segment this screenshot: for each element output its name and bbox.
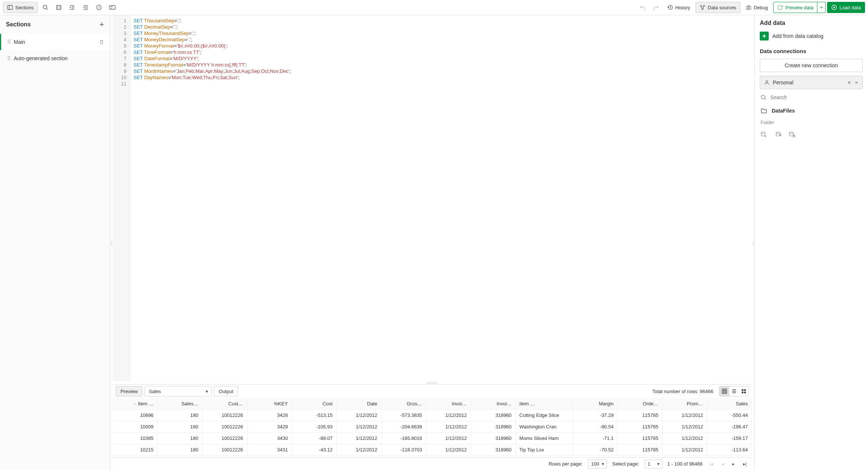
add-from-catalog-button[interactable]: + Add from data catalog: [760, 32, 863, 40]
sections-toggle-button[interactable]: Sections: [3, 2, 38, 13]
select-data-button[interactable]: [761, 131, 767, 138]
sections-title: Sections: [6, 21, 31, 28]
variables-icon: [109, 5, 116, 10]
rows-per-page-label: Rows per page:: [549, 461, 582, 467]
column-header[interactable]: Orde…: [617, 398, 662, 409]
undo-icon: [640, 4, 646, 10]
outdent-button[interactable]: [80, 2, 91, 13]
preview-data-button[interactable]: Preview data: [773, 2, 817, 13]
code-editor[interactable]: 1234567891011 SET ThousandSep=',';SET De…: [113, 15, 752, 381]
column-header[interactable]: ↑↓Item …: [113, 398, 157, 409]
column-header[interactable]: Prom…: [662, 398, 707, 409]
qvd-button[interactable]: [789, 131, 795, 138]
preview-data-dropdown[interactable]: [817, 2, 826, 13]
view-table-button[interactable]: [720, 386, 729, 396]
select-page-label: Select page:: [612, 461, 639, 467]
page-last-button[interactable]: ▸|: [742, 461, 748, 467]
table-row[interactable]: 10215180100122263431-43.121/12/2012-118.…: [113, 444, 752, 456]
drag-handle-icon[interactable]: ⠿: [7, 41, 10, 43]
datafiles-label: DataFiles: [772, 108, 795, 114]
column-header[interactable]: Invoi…: [426, 398, 470, 409]
column-header[interactable]: Margin: [573, 398, 617, 409]
connection-search[interactable]: [760, 93, 863, 102]
indent-button[interactable]: [66, 2, 78, 13]
history-button[interactable]: History: [663, 2, 694, 13]
column-header[interactable]: Sales…: [157, 398, 202, 409]
preview-data-label: Preview data: [785, 5, 813, 10]
variables-button[interactable]: [106, 2, 118, 13]
preview-grid[interactable]: ↑↓Item …Sales…Cust…%KEYCostDateGros…Invo…: [113, 398, 752, 457]
section-item-label: Auto-generated section: [14, 55, 68, 61]
load-data-button[interactable]: Load data: [827, 2, 865, 13]
table-row[interactable]: 10385180100122263430-88.071/12/2012-165.…: [113, 432, 752, 444]
svg-line-32: [748, 5, 748, 6]
space-selector[interactable]: Personal ✕: [760, 76, 863, 89]
table-row[interactable]: 10696180100122263428-513.151/12/2012-573…: [113, 409, 752, 421]
insert-script-button[interactable]: [775, 131, 781, 138]
view-list-button[interactable]: [729, 386, 739, 396]
redo-button[interactable]: [650, 2, 662, 13]
create-connection-button[interactable]: Create new connection: [760, 59, 863, 72]
svg-line-29: [750, 6, 751, 7]
debug-label: Debug: [754, 5, 768, 10]
rows-per-page-select[interactable]: 100: [588, 460, 607, 469]
add-section-button[interactable]: +: [99, 20, 104, 29]
redo-icon: [653, 4, 659, 10]
output-tab[interactable]: Output: [214, 386, 238, 396]
preview-panel: Preview Sales Output Total number of row…: [113, 384, 752, 470]
search-button[interactable]: [39, 2, 51, 13]
chevron-down-icon: [820, 6, 823, 9]
clear-space-button[interactable]: ✕: [847, 80, 851, 85]
datafiles-folder[interactable]: DataFiles: [760, 106, 863, 116]
svg-point-48: [761, 95, 765, 99]
svg-point-52: [790, 132, 793, 133]
comment-toggle-button[interactable]: [53, 2, 65, 13]
svg-line-3: [46, 9, 48, 10]
section-item-0[interactable]: ⠿ Main: [0, 34, 110, 50]
page-prev-button[interactable]: ◂: [720, 461, 726, 467]
indent-icon: [69, 4, 75, 10]
preview-tab[interactable]: Preview: [116, 386, 142, 396]
svg-line-28: [746, 6, 747, 7]
svg-text:?: ?: [98, 6, 100, 10]
line-gutter: 1234567891011: [113, 15, 131, 381]
help-button[interactable]: ?: [93, 2, 105, 13]
page-range-label: 1 - 100 of 96466: [668, 461, 703, 467]
section-item-1[interactable]: ⠿ Auto-generated section: [0, 50, 110, 67]
search-icon: [761, 94, 766, 100]
table-row[interactable]: 10009180100122263429-105.931/12/2012-204…: [113, 421, 752, 432]
datasources-icon: [700, 4, 705, 10]
space-label: Personal: [773, 80, 844, 85]
sections-panel: Sections + ⠿ Main ⠿ Auto-generated secti…: [0, 15, 110, 470]
select-page-select[interactable]: 1: [644, 460, 662, 469]
column-header[interactable]: %KEY: [247, 398, 292, 409]
column-header[interactable]: Item …: [515, 398, 573, 409]
column-header[interactable]: Sales: [707, 398, 752, 409]
datasources-button[interactable]: Data sources: [695, 2, 740, 13]
sections-toggle-label: Sections: [15, 5, 34, 10]
connection-search-input[interactable]: [770, 94, 862, 100]
undo-button[interactable]: [637, 2, 649, 13]
page-next-button[interactable]: ▸: [731, 461, 736, 467]
svg-line-33: [749, 5, 749, 6]
svg-rect-45: [742, 392, 744, 393]
svg-point-51: [776, 132, 780, 133]
drag-handle-icon[interactable]: ⠿: [7, 57, 10, 60]
add-catalog-label: Add from data catalog: [772, 33, 823, 39]
bottom-resize-handle[interactable]: ═══: [113, 381, 752, 384]
column-header[interactable]: Invoi…: [471, 398, 515, 409]
delete-section-button[interactable]: [99, 39, 104, 45]
column-header[interactable]: Cost: [292, 398, 336, 409]
table-select[interactable]: Sales: [145, 386, 212, 396]
svg-point-53: [793, 134, 795, 136]
column-header[interactable]: Gros…: [381, 398, 426, 409]
datasources-label: Data sources: [708, 5, 736, 10]
code-content[interactable]: SET ThousandSep=',';SET DecimalSep='.';S…: [131, 15, 752, 381]
view-grid-button[interactable]: [739, 386, 749, 396]
column-header[interactable]: Date: [337, 398, 381, 409]
column-header[interactable]: Cust…: [202, 398, 247, 409]
svg-rect-44: [744, 389, 746, 391]
page-first-button[interactable]: |◂: [708, 461, 714, 467]
debug-button[interactable]: Debug: [742, 2, 772, 13]
add-data-title: Add data: [760, 20, 863, 26]
